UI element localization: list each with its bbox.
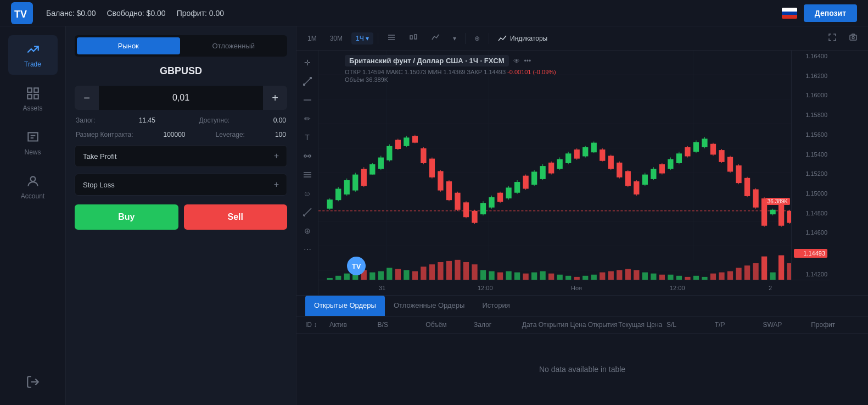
- svg-rect-106: [608, 156, 614, 169]
- chart-type-btn3[interactable]: [427, 31, 444, 46]
- svg-point-21: [304, 155, 306, 157]
- svg-rect-138: [744, 178, 750, 196]
- sidebar-item-account[interactable]: Account: [8, 167, 58, 207]
- chart-type-btn2[interactable]: [405, 31, 422, 46]
- svg-rect-4: [27, 95, 32, 99]
- topbar-balance: Баланс: $0.00 Свободно: $0.00 Профит: 0.…: [46, 9, 224, 18]
- symbol-name: GBPUSD: [75, 63, 287, 79]
- take-profit-add-icon[interactable]: +: [274, 151, 279, 161]
- tab-pending[interactable]: Отложенный: [182, 37, 285, 54]
- price-label-7: 1.15200: [794, 170, 827, 177]
- svg-rect-104: [600, 149, 605, 161]
- crosshair-tool[interactable]: ✛: [300, 55, 315, 70]
- tab-open-orders[interactable]: Открытые Ордеры: [305, 296, 385, 316]
- timeframe-30m[interactable]: 30M: [326, 32, 347, 45]
- svg-rect-130: [710, 144, 716, 155]
- sidebar-item-logout[interactable]: [8, 368, 58, 396]
- stop-loss-add-icon[interactable]: +: [274, 180, 279, 190]
- free-text: Свободно: $0.00: [107, 9, 165, 18]
- svg-rect-96: [565, 153, 571, 163]
- time-label-2: 2: [769, 285, 772, 291]
- chart-symbol-title: Британский фунт / Доллар США · 1Ч · FXCM…: [345, 55, 556, 66]
- no-data-message: No data available in table: [296, 334, 868, 405]
- topbar-right: Депозит: [782, 4, 857, 22]
- volume-decrease-button[interactable]: −: [75, 86, 99, 110]
- col-profit: Профит: [811, 321, 859, 329]
- text-tool[interactable]: T: [300, 130, 315, 145]
- sidebar-item-assets[interactable]: Assets: [8, 79, 58, 119]
- svg-rect-2: [27, 88, 32, 92]
- volume-increase-button[interactable]: +: [263, 86, 287, 110]
- svg-rect-208: [779, 256, 784, 283]
- price-label-2: 1.16200: [794, 73, 827, 79]
- leverage-label: Leverage:: [216, 131, 245, 138]
- svg-rect-98: [574, 149, 580, 159]
- sidebar: Trade Assets News: [0, 26, 66, 405]
- stop-loss-row[interactable]: Stop Loss +: [75, 174, 287, 196]
- draw-tool[interactable]: ✏: [300, 111, 315, 126]
- pattern-tool[interactable]: [300, 148, 315, 164]
- svg-rect-82: [506, 187, 511, 198]
- svg-rect-40: [327, 199, 333, 209]
- toolbar-divider-3: [489, 33, 489, 44]
- measure-tool[interactable]: [300, 204, 315, 220]
- ohlc-open-val: 1.14594: [362, 69, 384, 75]
- indicators-btn[interactable]: Индикаторы: [494, 32, 552, 45]
- screenshot-btn[interactable]: [845, 31, 861, 45]
- deposit-button[interactable]: Депозит: [804, 4, 857, 22]
- more-options-icon[interactable]: •••: [524, 57, 531, 65]
- svg-rect-84: [514, 182, 520, 193]
- svg-rect-44: [344, 180, 350, 195]
- svg-rect-54: [387, 146, 392, 160]
- price-label-6: 1.15400: [794, 151, 827, 158]
- trend-line-tool[interactable]: [300, 74, 315, 89]
- assets-icon: [25, 86, 41, 101]
- chart-type-btn1[interactable]: [383, 31, 400, 46]
- tab-history[interactable]: История: [473, 296, 518, 316]
- sidebar-item-news[interactable]: News: [8, 123, 58, 163]
- available-value: 0.00: [273, 116, 286, 124]
- buy-button[interactable]: Buy: [75, 204, 178, 230]
- svg-rect-128: [702, 138, 707, 147]
- horizontal-line-tool[interactable]: [300, 92, 315, 108]
- margin-row: Залог: 11.45 Доступно: 0.00: [75, 116, 287, 124]
- timeframe-1m[interactable]: 1M: [303, 32, 321, 45]
- fibonacci-tool[interactable]: [300, 167, 315, 182]
- account-icon: [25, 174, 41, 189]
- tab-market[interactable]: Рынок: [77, 37, 180, 54]
- eye-icon[interactable]: 👁: [513, 57, 520, 65]
- emoji-tool[interactable]: ☺: [300, 186, 315, 201]
- sidebar-item-trade[interactable]: Trade: [8, 35, 58, 75]
- margin-label: Залог:: [76, 116, 95, 124]
- fullscreen-btn[interactable]: [824, 31, 841, 45]
- ohlc-open-label: ОТКР: [345, 69, 362, 75]
- col-open-date: Дата Открытия: [522, 321, 570, 329]
- contract-label: Размер Контракта:: [76, 131, 133, 138]
- svg-rect-88: [531, 171, 537, 185]
- svg-rect-78: [489, 197, 494, 208]
- svg-line-17: [304, 78, 311, 85]
- svg-rect-13: [410, 36, 412, 39]
- chart-left-toolbar: ✛ ✏ T: [296, 51, 318, 295]
- svg-rect-116: [651, 169, 656, 179]
- sell-button[interactable]: Sell: [184, 204, 288, 230]
- chart-type-btn4[interactable]: ▾: [449, 32, 461, 45]
- volume-input[interactable]: [99, 86, 263, 110]
- price-axis: 1.16400 1.16200 1.16000 1.15800 1.15600 …: [791, 51, 830, 280]
- timeframe-1h[interactable]: 1Ч ▾: [351, 32, 373, 45]
- chart-toolbar-right: [824, 31, 861, 45]
- col-sl: S/L: [667, 321, 715, 329]
- svg-rect-124: [685, 147, 690, 157]
- tab-pending-orders[interactable]: Отложенные Ордеры: [385, 296, 474, 316]
- svg-rect-5: [34, 95, 38, 99]
- svg-rect-144: [770, 210, 775, 214]
- svg-rect-46: [352, 175, 358, 191]
- more-tools[interactable]: ⋯: [300, 242, 315, 257]
- zoom-tool[interactable]: ⊕: [300, 223, 315, 238]
- svg-rect-48: [361, 169, 367, 186]
- take-profit-row[interactable]: Take Profit +: [75, 145, 287, 167]
- svg-rect-50: [369, 164, 375, 175]
- candlestick-chart: [318, 51, 830, 295]
- add-drawing-btn[interactable]: ⊕: [470, 32, 484, 45]
- flag-icon[interactable]: [782, 8, 797, 19]
